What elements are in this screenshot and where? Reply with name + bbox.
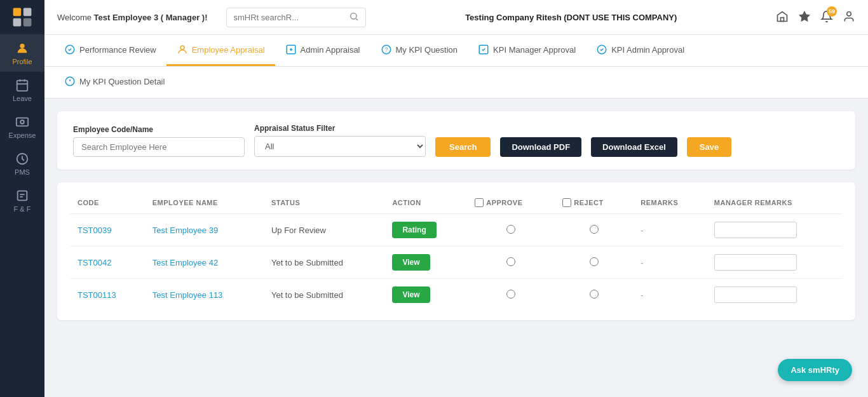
main-content: Performance Review Employee Appraisal Ad… bbox=[44, 0, 868, 397]
content-area: Employee Code/Name Appraisal Status Filt… bbox=[44, 98, 868, 333]
search-button[interactable]: Search bbox=[435, 137, 491, 157]
tab-admin-appraisal-label: Admin Appraisal bbox=[301, 45, 360, 55]
svg-text:?: ? bbox=[384, 47, 388, 53]
home-icon bbox=[776, 10, 789, 23]
svg-rect-1 bbox=[24, 8, 32, 17]
sidebar-item-profile[interactable]: Profile bbox=[0, 35, 44, 72]
remarks-0: - bbox=[633, 214, 707, 246]
col-header-status: STATUS bbox=[264, 192, 385, 214]
tab-performance-review-label: Performance Review bbox=[79, 45, 156, 55]
user-icon-btn[interactable] bbox=[843, 10, 855, 25]
download-pdf-button[interactable]: Download PDF bbox=[500, 137, 581, 157]
global-search-input[interactable] bbox=[227, 10, 342, 25]
svg-rect-12 bbox=[18, 191, 27, 201]
action-btn-1[interactable]: View bbox=[392, 254, 430, 271]
sidebar-item-profile-label: Profile bbox=[12, 58, 32, 65]
sidebar-item-ff-label: F & F bbox=[14, 205, 31, 213]
sidebar-item-ff[interactable]: F & F bbox=[0, 182, 44, 219]
employee-status-1: Yet to be Submitted bbox=[264, 246, 385, 279]
tab-kpi-manager-approval[interactable]: KPI Manager Approval bbox=[468, 35, 586, 66]
performance-review-icon bbox=[64, 44, 76, 55]
col-header-employee-name: EMPLOYEE NAME bbox=[145, 192, 264, 214]
svg-point-18 bbox=[847, 11, 851, 16]
col-header-reject: REJECT bbox=[555, 192, 633, 214]
approve-radio-0[interactable] bbox=[506, 225, 515, 234]
second-nav-bar: My KPI Question Detail bbox=[44, 67, 868, 98]
tab-my-kpi-question-detail[interactable]: My KPI Question Detail bbox=[54, 67, 175, 98]
notification-icon-btn[interactable]: 59 bbox=[820, 10, 833, 25]
svg-rect-9 bbox=[17, 118, 28, 126]
home-icon-btn[interactable] bbox=[776, 10, 789, 25]
appraisal-status-filter-group: Appraisal Status Filter All Up For Revie… bbox=[254, 124, 426, 157]
sidebar-item-expense-label: Expense bbox=[9, 131, 36, 139]
table-row: TST0042 Test Employee 42 Yet to be Submi… bbox=[70, 246, 843, 279]
employee-name-link-0[interactable]: Test Employee 39 bbox=[153, 225, 218, 235]
pms-icon bbox=[15, 152, 29, 166]
reject-all-checkbox[interactable] bbox=[562, 198, 571, 207]
save-button[interactable]: Save bbox=[687, 137, 731, 157]
svg-point-4 bbox=[20, 44, 24, 48]
search-icon bbox=[349, 11, 359, 22]
global-search-button[interactable] bbox=[342, 8, 365, 27]
table-body: TST0039 Test Employee 39 Up For Review R… bbox=[70, 214, 843, 311]
sidebar-item-leave[interactable]: Leave bbox=[0, 72, 44, 109]
employee-code-link-1[interactable]: TST0042 bbox=[78, 258, 111, 267]
employee-name-link-1[interactable]: Test Employee 42 bbox=[153, 258, 218, 267]
sidebar-item-expense[interactable]: Expense bbox=[0, 109, 44, 145]
appraisal-status-select[interactable]: All Up For Review Yet to be Submitted Ap… bbox=[254, 136, 426, 157]
my-kpi-detail-icon bbox=[64, 76, 76, 87]
ask-smhrty-button[interactable]: Ask smHRty bbox=[778, 359, 852, 381]
tab-kpi-manager-approval-label: KPI Manager Approval bbox=[493, 45, 576, 55]
employee-search-input[interactable] bbox=[73, 137, 245, 157]
expense-icon bbox=[15, 115, 29, 129]
tab-employee-appraisal[interactable]: Employee Appraisal bbox=[166, 35, 275, 66]
employee-code-link-0[interactable]: TST0039 bbox=[78, 225, 111, 235]
table-row: TST0039 Test Employee 39 Up For Review R… bbox=[70, 214, 843, 246]
tab-admin-appraisal[interactable]: Admin Appraisal bbox=[275, 35, 370, 66]
reject-radio-2[interactable] bbox=[590, 290, 599, 299]
leave-icon bbox=[15, 78, 29, 92]
company-name: Testing Company Ritesh (DONT USE THIS CO… bbox=[372, 13, 770, 22]
tab-performance-review[interactable]: Performance Review bbox=[54, 35, 166, 66]
employee-code-label: Employee Code/Name bbox=[73, 125, 245, 134]
svg-point-20 bbox=[180, 46, 184, 50]
col-header-approve: APPROVE bbox=[467, 192, 555, 214]
topbar-icons: 59 bbox=[776, 10, 855, 25]
star-icon-btn[interactable] bbox=[798, 10, 811, 25]
col-header-manager-remarks: MANAGER REMARKS bbox=[707, 192, 843, 214]
sidebar-item-pms-label: PMS bbox=[15, 168, 30, 176]
reject-radio-0[interactable] bbox=[590, 225, 599, 234]
svg-rect-2 bbox=[13, 18, 22, 27]
tab-employee-appraisal-label: Employee Appraisal bbox=[192, 45, 265, 55]
kpi-admin-approval-icon bbox=[596, 44, 607, 55]
svg-point-10 bbox=[20, 120, 24, 124]
approve-radio-1[interactable] bbox=[506, 257, 515, 266]
table-head: CODE EMPLOYEE NAME STATUS ACTION APPROVE bbox=[70, 192, 843, 214]
sidebar-item-leave-label: Leave bbox=[13, 95, 32, 102]
download-excel-button[interactable]: Download Excel bbox=[591, 137, 677, 157]
manager-remarks-input-1[interactable] bbox=[714, 254, 797, 271]
tab-kpi-admin-approval[interactable]: KPI Admin Approval bbox=[586, 35, 695, 66]
approve-all-checkbox[interactable] bbox=[475, 198, 484, 207]
global-search-wrap bbox=[226, 8, 366, 27]
manager-remarks-input-0[interactable] bbox=[714, 222, 797, 238]
approve-radio-2[interactable] bbox=[506, 290, 515, 299]
action-btn-2[interactable]: View bbox=[392, 286, 430, 303]
my-kpi-question-icon: ? bbox=[381, 44, 392, 55]
svg-rect-3 bbox=[24, 18, 32, 27]
col-header-code: CODE bbox=[70, 192, 145, 214]
tab-my-kpi-question-label: My KPI Question bbox=[396, 45, 458, 55]
employee-code-link-2[interactable]: TST00113 bbox=[78, 290, 116, 300]
reject-radio-1[interactable] bbox=[590, 257, 599, 266]
action-btn-0[interactable]: Rating bbox=[392, 222, 436, 238]
svg-line-16 bbox=[356, 18, 358, 20]
employee-appraisal-icon bbox=[177, 44, 188, 55]
table-row: TST00113 Test Employee 113 Yet to be Sub… bbox=[70, 279, 843, 311]
remarks-2: - bbox=[633, 279, 707, 311]
nav-tabs-bar: Performance Review Employee Appraisal Ad… bbox=[44, 35, 868, 67]
tab-my-kpi-question[interactable]: ? My KPI Question bbox=[370, 35, 468, 66]
employee-name-link-2[interactable]: Test Employee 113 bbox=[153, 290, 223, 300]
sidebar-item-pms[interactable]: PMS bbox=[0, 145, 44, 182]
manager-remarks-input-2[interactable] bbox=[714, 286, 797, 303]
employee-status-0: Up For Review bbox=[264, 214, 385, 246]
